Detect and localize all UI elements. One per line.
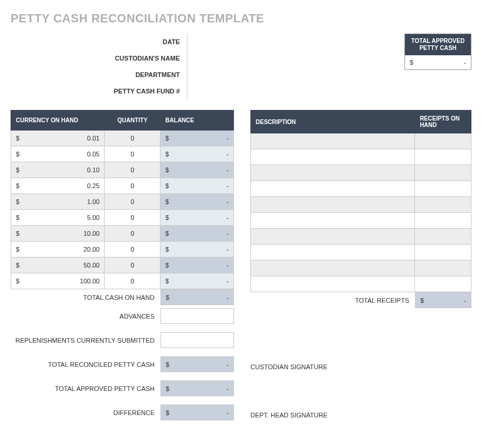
department-label: DEPARTMENT: [11, 71, 187, 78]
receipt-description[interactable]: [251, 213, 415, 229]
reconciled-value: $ -: [160, 356, 234, 372]
currency-balance: $-: [160, 162, 234, 178]
meta-row-fund: PETTY CASH FUND #: [11, 83, 252, 99]
currency-balance: $-: [160, 146, 234, 162]
receipt-description[interactable]: [251, 133, 415, 149]
receipt-description[interactable]: [251, 276, 415, 292]
receipt-description[interactable]: [251, 165, 415, 181]
table-row: $10.000$-: [11, 226, 234, 242]
header-receipts: RECEIPTS ON HAND: [415, 111, 471, 133]
table-row: [251, 229, 471, 245]
currency-qty[interactable]: 0: [105, 178, 160, 194]
currency-table: CURRENCY ON HAND QUANTITY BALANCE $0.010…: [11, 110, 234, 289]
approved-label: TOTAL APPROVED PETTY CASH: [11, 385, 160, 392]
replenishments-row: REPLENISHMENTS CURRENTLY SUBMITTED: [11, 332, 234, 348]
total-receipts-label: TOTAL RECEIPTS: [355, 297, 415, 304]
currency-qty[interactable]: 0: [105, 273, 160, 289]
advances-input[interactable]: [160, 308, 234, 324]
currency-denom: $100.00: [11, 273, 105, 289]
total-cash-value: $ -: [160, 289, 234, 305]
receipt-amount[interactable]: [415, 149, 471, 165]
receipt-description[interactable]: [251, 197, 415, 213]
receipt-description[interactable]: [251, 260, 415, 276]
currency-qty[interactable]: 0: [105, 131, 160, 146]
bottom-left: ADVANCES REPLENISHMENTS CURRENTLY SUBMIT…: [11, 308, 234, 421]
advances-label: ADVANCES: [11, 313, 160, 320]
dept-head-signature-label: DEPT. HEAD SIGNATURE: [250, 405, 471, 421]
totals-block: TOTAL CASH ON HAND $ -: [11, 289, 234, 305]
currency-balance: $-: [160, 210, 234, 226]
currency-denom: $0.10: [11, 162, 105, 178]
approved-box-value: $ -: [405, 55, 471, 69]
header-description: DESCRIPTION: [251, 111, 415, 133]
currency-balance: $-: [160, 242, 234, 258]
table-row: [251, 260, 471, 276]
department-input[interactable]: [187, 66, 252, 83]
receipt-description[interactable]: [251, 229, 415, 245]
table-row: $0.050$-: [11, 146, 234, 162]
table-row: $0.100$-: [11, 162, 234, 178]
bottom-area: ADVANCES REPLENISHMENTS CURRENTLY SUBMIT…: [11, 308, 471, 421]
meta-row-department: DEPARTMENT: [11, 66, 252, 83]
currency-qty[interactable]: 0: [105, 146, 160, 162]
table-row: [251, 213, 471, 229]
receipt-amount[interactable]: [415, 181, 471, 197]
table-row: $50.000$-: [11, 258, 234, 273]
fund-input[interactable]: [187, 83, 252, 99]
table-row: $100.000$-: [11, 273, 234, 289]
approved-value: $ -: [160, 380, 234, 396]
table-row: [251, 276, 471, 292]
table-row: [251, 181, 471, 197]
currency-qty[interactable]: 0: [105, 226, 160, 242]
replenishments-input[interactable]: [160, 332, 234, 348]
date-label: DATE: [11, 38, 187, 45]
left-column: CURRENCY ON HAND QUANTITY BALANCE $0.010…: [11, 110, 234, 308]
header-currency: CURRENCY ON HAND: [11, 111, 105, 131]
currency-symbol: $: [410, 59, 413, 66]
receipt-amount[interactable]: [415, 245, 471, 260]
currency-denom: $0.05: [11, 146, 105, 162]
table-row: [251, 133, 471, 149]
currency-denom: $1.00: [11, 194, 105, 210]
right-column: DESCRIPTION RECEIPTS ON HAND TOTAL RECEI…: [250, 110, 471, 308]
currency-qty[interactable]: 0: [105, 162, 160, 178]
total-cash-row: TOTAL CASH ON HAND $ -: [11, 289, 234, 305]
table-row: $0.250$-: [11, 178, 234, 194]
currency-balance: $-: [160, 258, 234, 273]
receipt-amount[interactable]: [415, 213, 471, 229]
receipt-amount[interactable]: [415, 260, 471, 276]
receipt-amount[interactable]: [415, 276, 471, 292]
currency-qty[interactable]: 0: [105, 194, 160, 210]
currency-balance: $-: [160, 194, 234, 210]
reconciled-row: TOTAL RECONCILED PETTY CASH $ -: [11, 356, 234, 372]
difference-label: DIFFERENCE: [11, 409, 160, 416]
receipt-description[interactable]: [251, 149, 415, 165]
currency-denom: $20.00: [11, 242, 105, 258]
approved-box: TOTAL APPROVED PETTY CASH $ -: [404, 34, 471, 70]
custodian-input[interactable]: [187, 50, 252, 66]
currency-denom: $0.01: [11, 131, 105, 146]
currency-qty[interactable]: 0: [105, 242, 160, 258]
currency-denom: $5.00: [11, 210, 105, 226]
custodian-label: CUSTODIAN'S NAME: [11, 55, 187, 62]
receipt-amount[interactable]: [415, 229, 471, 245]
table-row: $5.000$-: [11, 210, 234, 226]
date-input[interactable]: [187, 34, 252, 50]
currency-denom: $0.25: [11, 178, 105, 194]
receipt-amount[interactable]: [415, 133, 471, 149]
meta-block: DATE CUSTODIAN'S NAME DEPARTMENT PETTY C…: [11, 34, 252, 99]
currency-denom: $50.00: [11, 258, 105, 273]
receipt-amount[interactable]: [415, 197, 471, 213]
table-row: $0.010$-: [11, 131, 234, 146]
currency-qty[interactable]: 0: [105, 258, 160, 273]
receipt-description[interactable]: [251, 181, 415, 197]
header-quantity: QUANTITY: [105, 111, 160, 131]
difference-value: $ -: [160, 404, 234, 420]
receipt-description[interactable]: [251, 245, 415, 260]
table-row: [251, 197, 471, 213]
approved-row: TOTAL APPROVED PETTY CASH $ -: [11, 380, 234, 396]
meta-row-date: DATE: [11, 34, 252, 50]
table-row: $1.000$-: [11, 194, 234, 210]
receipt-amount[interactable]: [415, 165, 471, 181]
currency-qty[interactable]: 0: [105, 210, 160, 226]
